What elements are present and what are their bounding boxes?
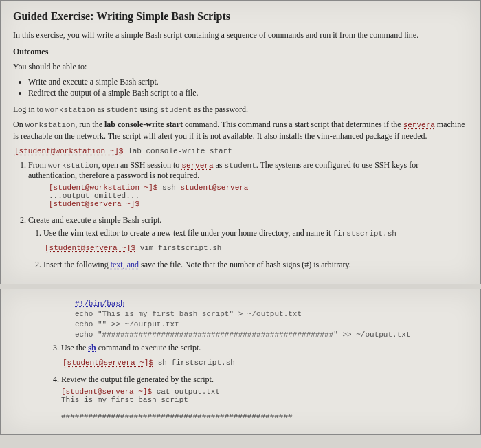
onws-instruction: On workstation, run the lab console-writ… [13, 119, 468, 142]
step-1-terminal: [student@workstation ~]$ ssh student@ser… [49, 183, 468, 208]
page-1: Guided Exercise: Writing Simple Bash Scr… [0, 0, 481, 284]
outcome-item: Write and execute a simple Bash script. [28, 77, 468, 87]
script-content: #!/bin/bash echo "This is my first bash … [75, 299, 468, 339]
outcomes-lead: You should be able to: [13, 61, 468, 72]
top-command: [student@workstation ~]$ lab console-wri… [14, 146, 468, 156]
step-2-4-terminal: [student@servera ~]$ cat output.txt This… [61, 388, 468, 421]
outcomes-heading: Outcomes [13, 46, 468, 57]
step-1: From workstation, open an SSH session to… [28, 160, 468, 208]
outcomes-list: Write and execute a simple Bash script. … [28, 77, 468, 98]
step-2-substeps: Use the vim text editor to create a new … [43, 228, 468, 270]
steps-list: From workstation, open an SSH session to… [28, 160, 468, 270]
step-2-substeps-cont: Use the sh command to execute the script… [61, 343, 468, 421]
page-2: #!/bin/bash echo "This is my first bash … [0, 289, 481, 434]
intro: In this exercise, you will write a simpl… [13, 30, 468, 41]
step-2-1-command: [student@servera ~]$ vim firstscript.sh [45, 243, 468, 253]
step-2: Create and execute a simple Bash script.… [28, 215, 468, 270]
login-instruction: Log in to workstation as student using s… [13, 104, 468, 115]
title: Guided Exercise: Writing Simple Bash Scr… [13, 10, 468, 23]
step-2-4: Review the output file generated by the … [61, 374, 468, 421]
step-2-3-command: [student@servera ~]$ sh firstscript.sh [63, 357, 468, 368]
step-2-3: Use the sh command to execute the script… [61, 343, 468, 368]
step-2-2: Insert the following text, and save the … [43, 260, 468, 270]
step-2-1: Use the vim text editor to create a new … [43, 228, 468, 253]
outcome-item: Redirect the output of a simple Bash scr… [28, 88, 468, 98]
